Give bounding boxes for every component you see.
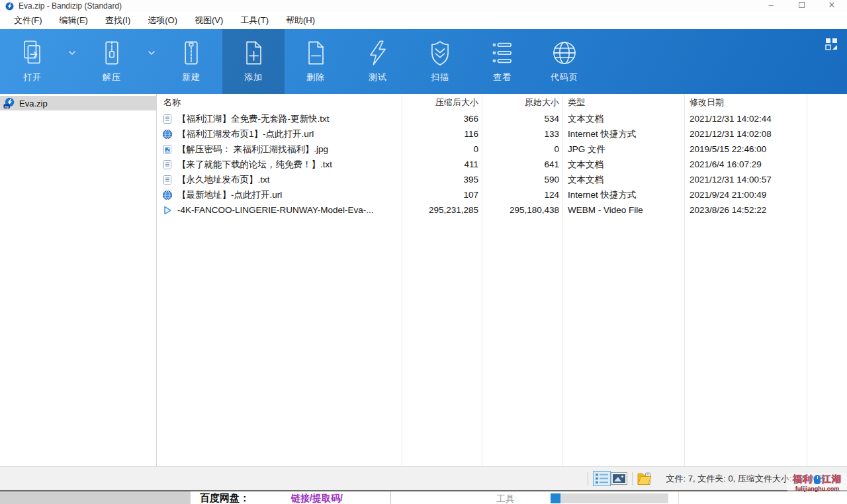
- text-file-icon: [162, 159, 173, 170]
- file-type: 文本文档: [562, 157, 684, 172]
- url-file-icon: [162, 190, 173, 200]
- column-header-name[interactable]: 名称: [157, 94, 402, 111]
- chevron-down-icon: [148, 50, 156, 56]
- image-preview-icon: [611, 472, 627, 485]
- column-header-compressed-size[interactable]: 压缩后大小: [402, 94, 482, 111]
- open-icon: [18, 38, 47, 67]
- file-type: Internet 快捷方式: [562, 187, 684, 202]
- toolbar-button-scan-label: 扫描: [431, 71, 449, 83]
- toolbar: 打开 解压 新建: [0, 29, 847, 94]
- minimize-button[interactable]: –: [756, 0, 786, 11]
- url-file-icon: [162, 129, 173, 140]
- file-name: 【来了就能下载的论坛，纯免费！】.txt: [177, 159, 332, 171]
- file-compressed-size: 411: [402, 157, 482, 172]
- column-header-original-size[interactable]: 原始大小: [482, 94, 562, 111]
- file-name: 【最新地址】-点此打开.url: [177, 189, 282, 201]
- sidebar-item-eva-zip[interactable]: zip Eva.zip: [0, 96, 156, 110]
- preview-view-button[interactable]: [611, 472, 627, 485]
- file-original-size: 295,180,438: [482, 202, 562, 218]
- file-modified-date: 2021/6/4 16:07:29: [684, 157, 807, 172]
- file-name: 【福利江湖发布页1】-点此打开.url: [177, 128, 314, 140]
- baidu-pan-link[interactable]: 链接/提取码/: [291, 493, 343, 504]
- archive-folder-icon: [637, 472, 652, 485]
- menu-edit[interactable]: 编辑(E): [51, 13, 97, 28]
- menu-file[interactable]: 文件(F): [5, 13, 51, 28]
- file-row[interactable]: 【福利江湖】全免费-无套路-更新快.txt366534文本文档2021/12/3…: [157, 111, 847, 126]
- file-row[interactable]: 【永久地址发布页】.txt395590文本文档2021/12/31 14:00:…: [157, 172, 847, 187]
- file-row[interactable]: 【福利江湖发布页1】-点此打开.url116133Internet 快捷方式20…: [157, 126, 847, 142]
- file-type: 文本文档: [562, 172, 684, 187]
- mouse-icon: [814, 475, 821, 484]
- file-row[interactable]: -4K-FANCOO-LINGERIE-RUNWAY-Model-Eva-...…: [157, 202, 847, 218]
- text-file-icon: [162, 114, 173, 124]
- file-original-size: 133: [482, 126, 562, 142]
- file-original-size: 590: [482, 172, 562, 187]
- details-view-icon: [593, 471, 611, 486]
- toolbar-button-view-label: 查看: [493, 71, 512, 83]
- tools-label: 工具: [496, 493, 515, 504]
- open-dropdown-button[interactable]: [64, 29, 81, 94]
- file-type: JPG 文件: [562, 142, 684, 157]
- toolbar-button-delete[interactable]: 删除: [285, 29, 347, 94]
- toolbar-button-extract[interactable]: 解压: [81, 29, 143, 94]
- background-window: 百度网盘： 链接/提取码/ 工具: [0, 490, 847, 504]
- file-row[interactable]: 【最新地址】-点此打开.url107124Internet 快捷方式2021/9…: [157, 187, 847, 202]
- statusbar-divider: [632, 472, 633, 485]
- toolbar-button-test[interactable]: 测试: [347, 29, 409, 94]
- svg-text:zip: zip: [5, 105, 9, 108]
- file-name: 【福利江湖】全免费-无套路-更新快.txt: [177, 113, 330, 125]
- toolbar-button-new-archive[interactable]: 新建: [160, 29, 222, 94]
- toolbar-button-codepage-label: 代码页: [551, 71, 578, 83]
- file-name: 【永久地址发布页】.txt: [177, 174, 270, 186]
- background-window-panel: [0, 491, 191, 504]
- menu-view[interactable]: 视图(V): [186, 13, 232, 28]
- file-original-size: 641: [482, 157, 562, 172]
- maximize-icon: [799, 2, 805, 8]
- chevron-down-icon: [68, 50, 76, 56]
- view-icon: [488, 38, 517, 67]
- watermark-word-left: 福利: [793, 474, 813, 485]
- add-icon: [239, 38, 268, 67]
- details-view-button[interactable]: [593, 471, 611, 486]
- column-header-type[interactable]: 类型: [562, 94, 684, 111]
- file-modified-date: 2021/12/31 14:02:44: [684, 111, 807, 126]
- toolbar-button-view[interactable]: 查看: [471, 29, 533, 94]
- menu-find[interactable]: 查找(I): [97, 13, 139, 28]
- maximize-button[interactable]: [786, 0, 817, 11]
- extract-icon: [97, 38, 126, 67]
- menu-tools[interactable]: 工具(T): [232, 13, 277, 28]
- main-content: zip Eva.zip ˆ 名称 压缩后大小 原始大小 类型 修改日期 【福利江…: [0, 94, 847, 466]
- file-compressed-size: 0: [402, 142, 482, 157]
- progress-fill: [551, 493, 560, 503]
- close-button[interactable]: ✕: [817, 0, 847, 11]
- column-header-modified-date[interactable]: 修改日期: [684, 94, 807, 111]
- layout-toggle-icon[interactable]: [825, 37, 839, 52]
- file-row[interactable]: 【解压密码： 来福利江湖找福利】.jpg00JPG 文件2019/5/15 22…: [157, 142, 847, 157]
- new-archive-icon: [177, 38, 206, 67]
- site-watermark: 福利 江湖 fulijianghu.com: [787, 473, 847, 493]
- file-compressed-size: 116: [402, 126, 482, 142]
- video-file-icon: [162, 205, 173, 216]
- menu-options[interactable]: 选项(O): [139, 13, 186, 28]
- statusbar: 文件: 7, 文件夹: 0, 压缩文件大小: 281 MB: [0, 466, 847, 490]
- menu-help[interactable]: 帮助(H): [277, 13, 324, 28]
- watermark-site-url: fulijianghu.com: [787, 485, 847, 492]
- file-modified-date: 2021/12/31 14:00:57: [684, 172, 807, 187]
- bandizip-app-icon: [5, 2, 14, 11]
- archive-comment-button[interactable]: [637, 472, 652, 485]
- extract-dropdown-button[interactable]: [143, 29, 160, 94]
- file-original-size: 0: [482, 142, 562, 157]
- file-name: 【解压密码： 来福利江湖找福利】.jpg: [177, 144, 328, 155]
- toolbar-button-open[interactable]: 打开: [1, 29, 64, 94]
- toolbar-button-scan[interactable]: 扫描: [409, 29, 471, 94]
- archive-tree-panel: zip Eva.zip: [0, 94, 157, 466]
- bandizip-window: Eva.zip - Bandizip (Standard) – ✕ 文件(F) …: [0, 0, 847, 490]
- text-file-icon: [162, 175, 173, 185]
- file-row[interactable]: 【来了就能下载的论坛，纯免费！】.txt411641文本文档2021/6/4 1…: [157, 157, 847, 172]
- toolbar-button-add[interactable]: 添加: [222, 29, 285, 94]
- toolbar-button-extract-label: 解压: [103, 71, 121, 83]
- toolbar-button-open-label: 打开: [23, 71, 42, 83]
- file-type: WEBM - Video File: [562, 202, 684, 218]
- toolbar-button-codepage[interactable]: 代码页: [533, 29, 596, 94]
- file-type: Internet 快捷方式: [562, 126, 684, 142]
